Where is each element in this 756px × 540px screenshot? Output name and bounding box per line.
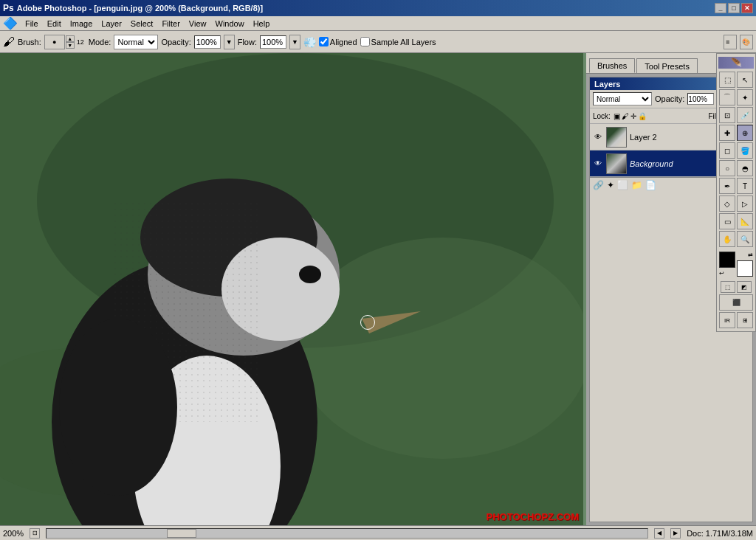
background-color-swatch[interactable]	[737, 260, 753, 277]
lock-transparency-icon[interactable]: ▣	[614, 112, 620, 120]
main-area: PHOTOCHOPZ.COM Brushes Tool Presets Laye…	[0, 53, 756, 525]
blend-mode-select[interactable]: Normal Multiply Screen	[593, 92, 652, 105]
opacity-input[interactable]	[194, 35, 221, 49]
aligned-checkbox[interactable]	[319, 37, 329, 46]
link-layers-icon[interactable]: 🔗	[593, 180, 604, 190]
brush-preview[interactable]: ●	[44, 35, 65, 49]
lock-all-icon[interactable]: 🔒	[638, 112, 647, 120]
screen-mode-button[interactable]: ⬛	[719, 294, 753, 311]
quick-mask-buttons: ⬚ ◩	[721, 281, 752, 293]
sample-all-layers-group: Sample All Layers	[360, 37, 436, 46]
zoom-level: 200%	[3, 529, 24, 538]
jump-to-imageready[interactable]: IR	[719, 312, 735, 328]
menu-file[interactable]: File	[21, 16, 43, 30]
menu-filter[interactable]: Filter	[157, 16, 184, 30]
maximize-button[interactable]: □	[728, 3, 740, 13]
menu-edit[interactable]: Edit	[43, 16, 66, 30]
opacity-arrow-button[interactable]: ▼	[224, 35, 235, 49]
tool-row-10: ✋ 🔍	[718, 231, 754, 247]
paint-bucket-tool[interactable]: 🪣	[737, 142, 753, 159]
heal-tool[interactable]: ✚	[719, 125, 735, 141]
swap-colors-icon[interactable]: ⇄	[748, 252, 753, 258]
background-visibility-eye[interactable]: 👁	[593, 159, 603, 169]
tool-row-8: ◇ ▷	[718, 195, 754, 212]
foreground-color-swatch[interactable]	[719, 252, 735, 268]
crop-tool[interactable]: ⊡	[719, 107, 735, 123]
title-bar: Ps Adobe Photoshop - [penguin.jpg @ 200%…	[0, 0, 756, 16]
menu-bar: 🔷 File Edit Image Layer Select Filter Vi…	[0, 16, 756, 31]
zoom-tool[interactable]: 🔍	[737, 231, 753, 247]
status-bar: 200% ⊡ ◀ ▶ Doc: 1.71M/3.18M	[0, 525, 756, 540]
mode-select[interactable]: Normal Multiply Screen	[114, 35, 158, 49]
shape-tool[interactable]: ▭	[719, 213, 735, 229]
menu-help[interactable]: Help	[249, 16, 275, 30]
menu-view[interactable]: View	[185, 16, 211, 30]
marquee-tool[interactable]: ⬚	[719, 72, 735, 88]
palette-button[interactable]: 🎨	[740, 35, 753, 49]
sample-all-checkbox[interactable]	[360, 37, 370, 46]
add-style-icon[interactable]: ✦	[607, 180, 614, 190]
minimize-button[interactable]: _	[715, 3, 726, 13]
clone-stamp-tool[interactable]: ⊕	[737, 125, 753, 141]
navigator-button[interactable]: ⊡	[30, 528, 40, 539]
scroll-right-button[interactable]: ▶	[670, 528, 681, 539]
reset-colors-icon[interactable]: ↩	[719, 270, 724, 277]
scroll-left-button[interactable]: ◀	[654, 528, 664, 539]
lock-paint-icon[interactable]: 🖌	[622, 112, 629, 120]
smudge-tool[interactable]: ◓	[737, 160, 753, 176]
tool-row-9: ▭ 📐	[718, 213, 754, 229]
lock-move-icon[interactable]: ✛	[630, 112, 636, 120]
tool-row-4: ✚ ⊕	[718, 125, 754, 141]
move-tool[interactable]: ↖	[737, 72, 753, 88]
menu-image[interactable]: Image	[66, 16, 97, 30]
pen-tool[interactable]: ✒	[719, 178, 735, 194]
menu-layer[interactable]: Layer	[97, 16, 126, 30]
quick-mask-button[interactable]: ◩	[737, 281, 752, 293]
horizontal-scrollbar[interactable]	[46, 528, 648, 539]
close-button[interactable]: ✕	[741, 3, 753, 13]
standard-mode-button[interactable]: ⬚	[721, 281, 735, 293]
opacity-label: Opacity:	[655, 94, 684, 103]
options-menu-button[interactable]: ≡	[724, 35, 737, 49]
sample-all-label: Sample All Layers	[371, 38, 436, 46]
add-mask-icon[interactable]: ⬜	[617, 180, 628, 190]
extra-tool-row: IR ⊞	[718, 312, 754, 328]
hand-tool[interactable]: ✋	[719, 231, 735, 247]
extra-tool-2[interactable]: ⊞	[737, 312, 753, 328]
lasso-tool[interactable]: ⌒	[719, 89, 735, 105]
aligned-checkbox-group: Aligned	[319, 37, 357, 46]
dodge-tool[interactable]: ○	[719, 160, 735, 176]
flow-arrow-button[interactable]: ▼	[289, 35, 300, 49]
layer-opacity-input[interactable]	[687, 93, 714, 105]
magic-wand-tool[interactable]: ✦	[737, 89, 753, 105]
brush-size-down[interactable]: ▼	[66, 42, 75, 49]
ps-logo-icon: Ps	[3, 3, 14, 13]
tool-row-5: ◻ 🪣	[718, 142, 754, 159]
layer2-visibility-eye[interactable]: 👁	[593, 132, 603, 142]
scroll-thumb[interactable]	[167, 529, 196, 538]
path-select-tool[interactable]: ▷	[737, 195, 753, 212]
tool-row-7: ✒ T	[718, 178, 754, 194]
tool-row-2: ⌒ ✦	[718, 89, 754, 105]
text-tool[interactable]: T	[737, 178, 753, 194]
measure-tool[interactable]: 📐	[737, 213, 753, 229]
background-thumbnail	[606, 153, 627, 174]
anchor-tool[interactable]: ◇	[719, 195, 735, 212]
tab-brushes[interactable]: Brushes	[589, 58, 635, 73]
tab-tool-presets[interactable]: Tool Presets	[636, 58, 698, 73]
flow-input[interactable]	[260, 35, 286, 49]
eyedropper-tool[interactable]: 💉	[737, 107, 753, 123]
layer2-thumbnail	[606, 127, 627, 148]
toolbox-header: 🪶	[718, 57, 754, 69]
brush-label: Brush:	[18, 38, 41, 46]
new-group-icon[interactable]: 📁	[631, 180, 642, 190]
layers-title-text: Layers	[594, 80, 620, 89]
menu-window[interactable]: Window	[211, 16, 249, 30]
watermark: PHOTOCHOPZ.COM	[487, 511, 579, 522]
brush-size-up[interactable]: ▲	[66, 35, 75, 42]
new-layer-icon[interactable]: 📄	[645, 180, 656, 190]
eraser-tool[interactable]: ◻	[719, 142, 735, 159]
lock-label: Lock:	[593, 112, 611, 120]
canvas-area[interactable]: PHOTOCHOPZ.COM	[0, 53, 586, 525]
menu-select[interactable]: Select	[126, 16, 158, 30]
